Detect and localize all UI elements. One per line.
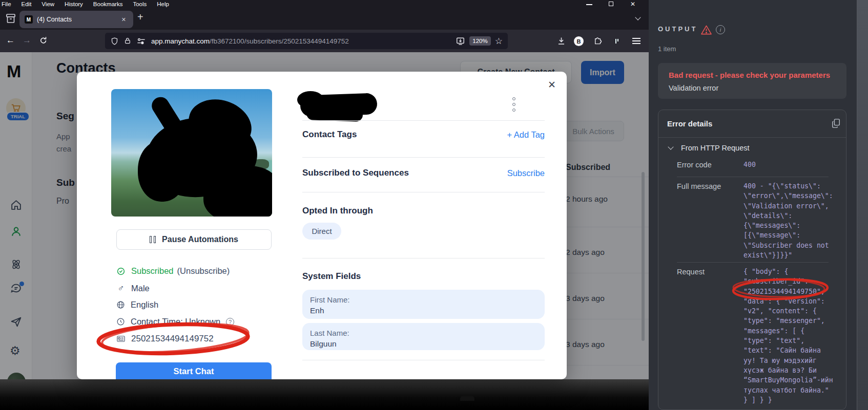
copy-icon[interactable] — [832, 118, 841, 128]
status-row-language: English — [116, 300, 158, 310]
warning-triangle-icon — [700, 25, 712, 35]
redaction-scribble — [138, 140, 187, 202]
url-path: /fb3672100/subscribers/25021534494149752 — [210, 37, 349, 45]
check-circle-icon — [116, 267, 126, 276]
redaction-scribble — [203, 166, 272, 217]
info-icon[interactable]: i — [716, 25, 725, 34]
taskbar-peek — [460, 396, 474, 401]
from-http-request-label: From HTTP Request — [681, 144, 750, 152]
last-name-field[interactable]: Last Name: Bilguun — [302, 323, 545, 350]
globe-icon — [116, 300, 125, 309]
bookmark-star-icon[interactable]: ☆ — [495, 36, 503, 47]
zoom-level-badge[interactable]: 120% — [469, 36, 490, 46]
screenshot-root: File Edit View History Bookmarks Tools H… — [0, 0, 868, 410]
error-details-title: Error details — [667, 119, 712, 128]
language-value: English — [131, 300, 158, 310]
new-tab-button[interactable]: + — [137, 11, 143, 23]
chevron-down-icon — [668, 144, 673, 149]
menu-view[interactable]: View — [36, 1, 59, 7]
subscribed-status: Subscribed — [131, 266, 174, 276]
menu-edit[interactable]: Edit — [16, 1, 37, 7]
error-details-card: Error details From HTTP Request Error co… — [658, 110, 846, 410]
url-domain: app.manychat.com — [151, 37, 210, 45]
forward-button[interactable]: → — [23, 35, 31, 46]
gender-value: Male — [131, 284, 150, 293]
male-icon: ♂ — [116, 283, 126, 294]
start-chat-button[interactable]: Start Chat — [116, 362, 272, 379]
url-bar[interactable]: app.manychat.com/fb3672100/subscribers/2… — [105, 33, 508, 49]
contact-tags-row: Contact Tags + Add Tag — [302, 130, 545, 140]
menu-help[interactable]: Help — [152, 1, 174, 7]
first-name-value: Enh — [310, 305, 537, 316]
browser-window: File Edit View History Bookmarks Tools H… — [0, 0, 649, 410]
list-tabs-chevron-icon[interactable] — [635, 14, 640, 20]
last-name-value: Bilguun — [310, 338, 537, 349]
manychat-favicon: M — [25, 15, 33, 24]
status-row-subscription: Subscribed (Unsubscribe) — [116, 266, 230, 276]
tracking-shield-icon[interactable] — [110, 37, 119, 46]
error-details-header: Error details — [658, 110, 846, 138]
tab-title: (4) Contacts — [37, 16, 119, 23]
app-menu-icon[interactable] — [632, 38, 640, 44]
error-title: Bad request - please check your paramete… — [669, 71, 836, 79]
annotation-circle-id — [95, 320, 254, 357]
menu-bookmarks[interactable]: Bookmarks — [88, 1, 128, 7]
window-minimize-button[interactable] — [586, 4, 592, 5]
contact-menu-kebab-icon[interactable] — [512, 97, 515, 112]
full-message-value: 400 - "{\"status\": \"error\",\"message\… — [743, 181, 832, 260]
padlock-icon[interactable] — [123, 37, 132, 45]
items-count: 1 item — [658, 45, 676, 53]
first-name-field[interactable]: First Name: Enh — [302, 290, 545, 319]
menu-history[interactable]: History — [59, 1, 88, 7]
annotation-circle-subscriber-id — [730, 277, 833, 301]
from-http-request-toggle[interactable]: From HTTP Request — [669, 144, 750, 152]
request-label: Request — [677, 268, 705, 276]
output-panel: OUTPUT i 1 item Bad request - please che… — [649, 0, 868, 410]
tab-close-icon[interactable]: ✕ — [119, 15, 128, 24]
save-page-icon[interactable] — [456, 36, 465, 46]
system-fields-label: System Fields — [302, 271, 361, 282]
subscribe-link[interactable]: Subscribe — [507, 168, 545, 178]
error-code-value: 400 — [743, 160, 832, 169]
panel-edge-strip — [857, 0, 868, 410]
reload-button[interactable] — [39, 36, 48, 45]
bottom-taskbar-band — [0, 379, 649, 410]
status-row-gender: ♂ Male — [116, 283, 150, 294]
output-title: OUTPUT — [658, 25, 697, 33]
error-subtitle: Validation error — [669, 84, 836, 92]
pause-automations-label: Pause Automations — [162, 235, 238, 244]
last-name-label: Last Name: — [310, 328, 537, 338]
error-summary-card: Bad request - please check your paramete… — [658, 63, 846, 99]
extension-b-icon[interactable]: B — [574, 36, 584, 46]
contact-photo — [111, 89, 272, 217]
menu-tools[interactable]: Tools — [128, 1, 152, 7]
window-close-button[interactable]: ✕ — [630, 1, 635, 8]
error-code-label: Error code — [677, 161, 712, 169]
redaction-name-scribble — [306, 106, 363, 122]
tab-strip: M (4) Contacts ✕ + — [0, 8, 649, 30]
tab-contacts[interactable]: M (4) Contacts ✕ — [19, 11, 133, 28]
browser-menubar: File Edit View History Bookmarks Tools H… — [0, 0, 649, 8]
unsubscribe-link[interactable]: (Unsubscribe) — [177, 266, 230, 276]
add-tag-link[interactable]: + Add Tag — [507, 130, 545, 140]
pause-automations-button[interactable]: Pause Automations — [116, 229, 272, 250]
modal-close-icon[interactable]: ✕ — [546, 77, 558, 93]
opted-in-label: Opted In through — [302, 206, 373, 216]
sequences-label: Subscribed to Sequences — [302, 168, 409, 178]
permissions-icon[interactable] — [136, 37, 146, 45]
contact-detail-modal: Pause Automations Subscribed (Unsubscrib… — [77, 72, 567, 379]
full-message-label: Full message — [677, 182, 721, 190]
extensions-puzzle-icon[interactable] — [593, 36, 603, 46]
window-maximize-button[interactable] — [609, 2, 613, 6]
downloads-icon[interactable] — [556, 36, 566, 46]
contact-tags-label: Contact Tags — [302, 130, 357, 140]
redaction-name-scribble — [297, 91, 324, 109]
back-button[interactable]: ← — [6, 35, 15, 46]
sequences-row: Subscribed to Sequences Subscribe — [302, 168, 545, 178]
menu-file[interactable]: File — [0, 1, 16, 7]
archive-icon[interactable] — [5, 12, 17, 25]
start-chat-label: Start Chat — [174, 366, 214, 376]
browser-navbar: ← → app.manychat.com/fb3672100/subscribe… — [0, 30, 649, 52]
url-text[interactable]: app.manychat.com/fb3672100/subscribers/2… — [151, 37, 349, 45]
first-name-label: First Name: — [310, 294, 537, 305]
